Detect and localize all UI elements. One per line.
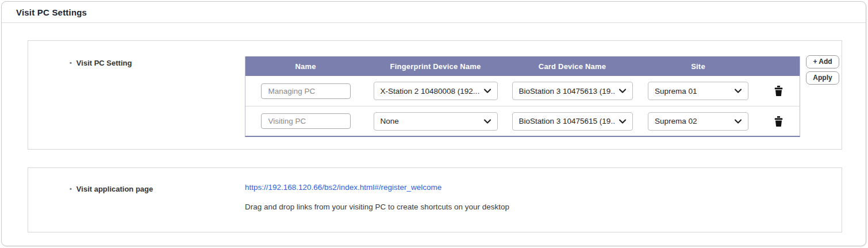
- name-input[interactable]: [261, 113, 351, 129]
- table-row: None BioStation 3 10475615 (19... Suprem…: [245, 106, 800, 136]
- table-header-row: Name Fingerprint Device Name Card Device…: [245, 56, 800, 76]
- card-device-value: BioStation 3 10475615 (19...: [519, 117, 614, 125]
- visit-pc-setting-label: Visit PC Setting: [70, 59, 132, 67]
- site-value: Suprema 01: [655, 87, 697, 96]
- site-select[interactable]: Suprema 02: [648, 112, 748, 131]
- card-device-cell: BioStation 3 10475613 (19...: [505, 76, 639, 106]
- visit-pc-settings-window: Visit PC Settings Visit PC Setting Name …: [1, 1, 866, 246]
- delete-row-button[interactable]: [772, 83, 785, 98]
- chevron-down-icon: [619, 119, 626, 124]
- apply-button[interactable]: Apply: [806, 71, 839, 85]
- card-device-value: BioStation 3 10475613 (19...: [519, 87, 614, 96]
- chevron-down-icon: [484, 119, 491, 124]
- fingerprint-device-cell: X-Station 2 10480008 (192...: [366, 76, 505, 106]
- chevron-down-icon: [484, 89, 491, 93]
- table-action-buttons: + Add Apply: [806, 55, 840, 87]
- page-header: Visit PC Settings: [2, 2, 866, 23]
- table-row: X-Station 2 10480008 (192... BioStation …: [245, 76, 800, 106]
- page-title: Visit PC Settings: [16, 7, 87, 17]
- name-cell: [245, 76, 366, 106]
- column-header-site: Site: [639, 56, 757, 76]
- trash-icon: [774, 116, 783, 127]
- visit-pc-setting-panel: Visit PC Setting Name Fingerprint Device…: [28, 40, 842, 150]
- name-cell: [245, 106, 366, 136]
- site-value: Suprema 02: [655, 117, 697, 125]
- fingerprint-device-select[interactable]: None: [374, 112, 498, 131]
- chevron-down-icon: [619, 89, 626, 93]
- column-header-fingerprint-device: Fingerprint Device Name: [366, 56, 505, 76]
- fingerprint-device-value: None: [381, 117, 399, 125]
- delete-cell: [757, 76, 800, 106]
- add-button[interactable]: + Add: [806, 55, 839, 68]
- visit-pc-table: Name Fingerprint Device Name Card Device…: [245, 56, 800, 137]
- name-input[interactable]: [261, 83, 351, 99]
- column-header-name: Name: [245, 56, 366, 76]
- visit-application-page-panel: Visit application page https://192.168.1…: [28, 167, 842, 232]
- drag-drop-hint-text: Drag and drop links from your visiting P…: [245, 203, 509, 211]
- delete-cell: [757, 106, 800, 136]
- card-device-cell: BioStation 3 10475615 (19...: [505, 106, 639, 136]
- column-header-actions: [757, 56, 800, 76]
- fingerprint-device-select[interactable]: X-Station 2 10480008 (192...: [374, 82, 498, 100]
- chevron-down-icon: [735, 119, 742, 124]
- delete-row-button[interactable]: [772, 114, 785, 129]
- fingerprint-device-cell: None: [366, 106, 505, 136]
- chevron-down-icon: [735, 89, 742, 93]
- site-select[interactable]: Suprema 01: [648, 82, 748, 100]
- card-device-select[interactable]: BioStation 3 10475613 (19...: [512, 82, 633, 100]
- trash-icon: [774, 86, 783, 96]
- site-cell: Suprema 02: [639, 106, 757, 136]
- visit-application-link[interactable]: https://192.168.120.66/bs2/index.html#/r…: [245, 183, 441, 192]
- site-cell: Suprema 01: [639, 76, 757, 106]
- fingerprint-device-value: X-Station 2 10480008 (192...: [381, 87, 479, 96]
- column-header-card-device: Card Device Name: [505, 56, 639, 76]
- card-device-select[interactable]: BioStation 3 10475615 (19...: [512, 112, 633, 131]
- visit-application-page-label: Visit application page: [70, 185, 153, 193]
